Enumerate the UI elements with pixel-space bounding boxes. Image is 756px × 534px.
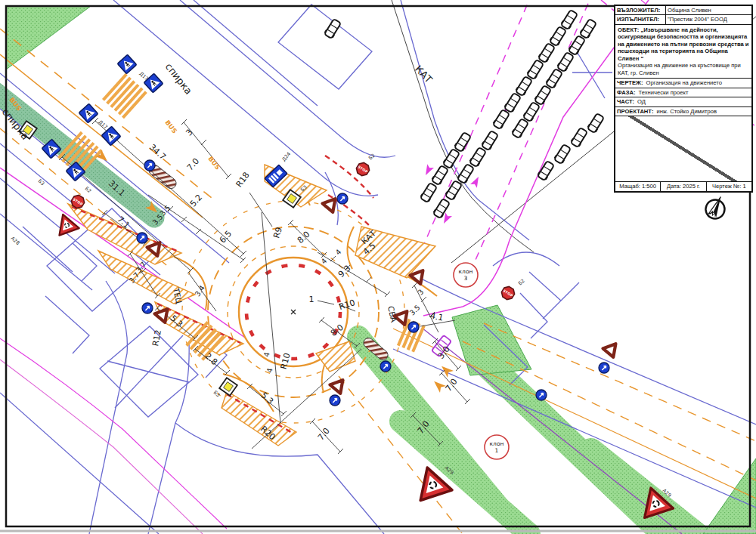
- svg-text:Б2: Б2: [367, 153, 376, 162]
- svg-text:Б2: Б2: [84, 186, 93, 195]
- drawing-page: STOP STOP STOP спирка спирка КАТ КАТ ТЕЦ…: [0, 0, 756, 534]
- svg-text:5.3: 5.3: [259, 390, 275, 406]
- designer-label: ПРОЕКТАНТ:: [615, 107, 655, 116]
- pedestrian-crossing-sign-icon: [117, 54, 136, 73]
- svg-text:7.0: 7.0: [185, 156, 201, 173]
- branch-3-badge: клон 3: [454, 263, 478, 287]
- give-way-sign-icon: [410, 270, 426, 286]
- branch-1-badge: клон 1: [485, 435, 509, 459]
- svg-text:R18: R18: [234, 170, 252, 189]
- give-way-sign-icon: [603, 344, 619, 360]
- north-arrow-icon: [702, 193, 729, 221]
- svg-text:34.7: 34.7: [147, 142, 168, 162]
- bus-lane-marking: BUS: [206, 155, 222, 171]
- svg-text:3: 3: [464, 275, 468, 282]
- title-block: ВЪЗЛОЖИТЕЛ: Община Сливен ИЗПЪЛНИТЕЛ: "П…: [614, 5, 753, 193]
- sba-label: СБА: [386, 305, 398, 324]
- svg-text:1: 1: [309, 295, 314, 304]
- mandatory-direction-sign-icon: [408, 322, 419, 332]
- svg-text:клон: клон: [490, 440, 504, 447]
- mandatory-direction-sign-icon: [144, 160, 155, 171]
- stop-sign-icon: STOP: [500, 285, 516, 301]
- object-subtext: Организация на движение на кръстовище пр…: [618, 62, 741, 76]
- bus-stop-label: спирка: [163, 61, 194, 97]
- svg-text:3.5: 3.5: [407, 303, 421, 316]
- mandatory-direction-sign-icon: [380, 361, 391, 372]
- sheet-number: Чертеж №: 1: [707, 182, 751, 190]
- svg-text:Б3: Б3: [212, 390, 222, 399]
- object-label: ОБЕКТ:: [618, 26, 639, 33]
- mandatory-direction-sign-icon: [599, 363, 609, 373]
- svg-text:Б2: Б2: [517, 278, 526, 287]
- drawing-label: ЧЕРТЕЖ:: [615, 79, 644, 87]
- object-block: ОБЕКТ: „Извършване на дейности, осигуряв…: [615, 25, 751, 79]
- svg-text:4.1: 4.1: [429, 310, 445, 323]
- svg-text:R9: R9: [271, 226, 284, 239]
- part-label: ЧАСТ:: [615, 97, 636, 106]
- kat-area-label: КАТ: [413, 63, 435, 85]
- svg-text:клон: клон: [459, 268, 473, 275]
- contractor-label: ИЗПЪЛНИТЕЛ:: [615, 15, 665, 23]
- client-value: Община Сливен: [665, 6, 751, 14]
- mandatory-direction-sign-icon: [137, 233, 147, 243]
- svg-text:1: 1: [495, 447, 499, 454]
- svg-text:Д24: Д24: [280, 151, 292, 162]
- contractor-value: "Престиж 2004" ЕООД: [665, 15, 751, 23]
- priority-road-sign-icon: [218, 376, 239, 397]
- phase-label: ФАЗА:: [615, 88, 637, 97]
- svg-text:R12: R12: [150, 329, 163, 347]
- phase-value: Технически проект: [637, 88, 751, 97]
- svg-text:Д17: Д17: [98, 119, 109, 131]
- date-value: Дата: 2025 г.: [661, 182, 706, 190]
- svg-text:А28: А28: [10, 236, 21, 246]
- title-block-empty-cell: [615, 116, 751, 182]
- mandatory-direction-sign-icon: [142, 303, 153, 313]
- svg-text:3: 3: [416, 287, 425, 296]
- svg-text:4: 4: [333, 247, 342, 256]
- mandatory-direction-sign-icon: [330, 395, 340, 406]
- bus-lane-marking: BUS: [163, 119, 178, 135]
- mandatory-direction-sign-icon: [536, 390, 547, 400]
- drawing-value: Организация на движението: [644, 79, 751, 87]
- stop-sign-icon: STOP: [355, 161, 371, 177]
- roundabout-warning-sign-icon: [53, 211, 79, 236]
- part-value: ОД: [636, 97, 751, 106]
- designer-value: инж. Стойко Димитров: [655, 107, 751, 116]
- mandatory-direction-sign-icon: [337, 193, 348, 204]
- client-label: ВЪЗЛОЖИТЕЛ:: [615, 6, 665, 14]
- scale-value: Мащаб: 1:500: [615, 182, 661, 190]
- svg-text:8.0: 8.0: [296, 230, 312, 245]
- svg-text:4: 4: [265, 367, 274, 373]
